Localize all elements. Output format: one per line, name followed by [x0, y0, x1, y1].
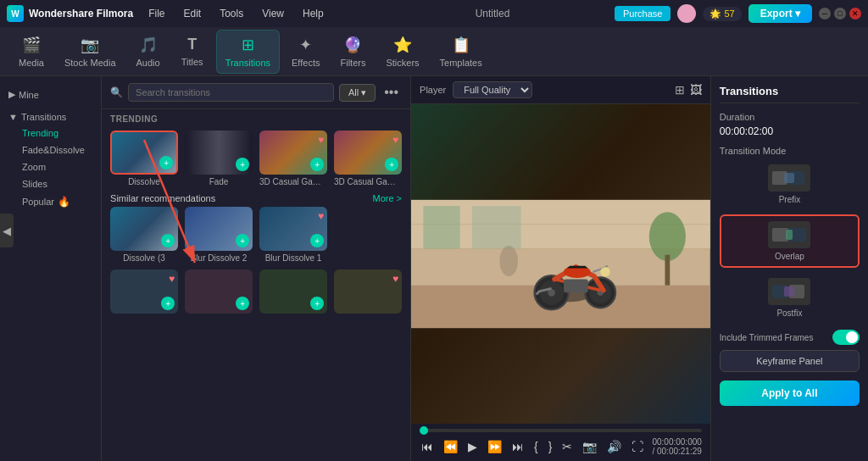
- title-bar: W Wondershare Filmora File Edit Tools Vi…: [0, 0, 868, 27]
- close-button[interactable]: ✕: [849, 8, 861, 19]
- dissolve-thumb-image: +: [110, 131, 178, 175]
- controls-row: ⏮ ⏪ ▶ ⏩ ⏭ { } ✂ 📷 🔊 ⛶ 00:00:00:000 / 00:…: [420, 437, 702, 456]
- tool-templates[interactable]: 📋 Templates: [431, 31, 491, 73]
- window-title: Untitled: [377, 8, 608, 19]
- minimize-button[interactable]: ─: [819, 8, 831, 19]
- fade-label: Fade: [185, 177, 253, 186]
- prefix-icon: [772, 168, 806, 188]
- more-thumbs-row: ♥ + + + ♥: [102, 266, 410, 317]
- stickers-icon: ⭐: [393, 36, 412, 54]
- left-panel: ▶ Mine ▼ Transitions Trending Fade&Disso…: [0, 76, 102, 461]
- transitions-section-items: Trending Fade&Dissolve Zoom Slides Popul…: [8, 125, 92, 211]
- duration-label: Duration: [720, 112, 860, 122]
- trending-item-dissolve[interactable]: + Dissolve: [110, 131, 178, 186]
- add-dissolve-icon: +: [159, 156, 173, 169]
- postfix-icon: [772, 281, 806, 302]
- sidebar-item-fade-dissolve[interactable]: Fade&Dissolve: [15, 142, 92, 158]
- trending-item-fade[interactable]: + Fade: [185, 131, 253, 186]
- heart-icon-1: ♥: [318, 134, 324, 146]
- mode-overlap[interactable]: Overlap: [720, 214, 860, 268]
- rec-item-blurdissolve2[interactable]: + Blur Dissolve 2: [185, 207, 253, 263]
- step-forward-button[interactable]: ⏩: [486, 438, 504, 455]
- mark-out-button[interactable]: }: [547, 438, 554, 455]
- trending-item-3dcasual1[interactable]: ♥ + 3D Casual Game...: [259, 131, 327, 186]
- volume-button[interactable]: 🔊: [605, 438, 623, 455]
- add-extra3-icon: +: [310, 297, 324, 310]
- rec-title: Similar recommendations: [110, 193, 215, 203]
- tool-audio[interactable]: 🎵 Audio: [128, 31, 169, 73]
- menu-edit[interactable]: Edit: [175, 4, 209, 23]
- menu-view[interactable]: View: [253, 4, 292, 23]
- menu-file[interactable]: File: [140, 4, 173, 23]
- extra-thumb-img-1: ♥ +: [110, 269, 178, 314]
- panel-collapse-button[interactable]: ◀: [0, 214, 14, 247]
- play-button[interactable]: ▶: [466, 438, 479, 455]
- tool-titles[interactable]: T Titles: [172, 31, 213, 72]
- extra-thumb-3[interactable]: +: [259, 269, 327, 314]
- skip-start-button[interactable]: ⏮: [420, 438, 435, 455]
- player-area: Player Full Quality ⊞ 🖼: [411, 76, 710, 461]
- maximize-button[interactable]: □: [834, 8, 846, 19]
- include-trimmed-toggle[interactable]: [832, 330, 860, 345]
- more-link[interactable]: More >: [373, 193, 403, 203]
- tool-stickers[interactable]: ⭐ Stickers: [377, 31, 427, 73]
- tool-transitions[interactable]: ⊞ Transitions: [216, 30, 280, 74]
- sidebar-item-zoom[interactable]: Zoom: [15, 158, 92, 175]
- extra-thumb-4[interactable]: ♥: [334, 269, 402, 314]
- apply-all-button[interactable]: Apply to All: [720, 380, 860, 406]
- clip-button[interactable]: ✂: [560, 438, 574, 455]
- mine-collapse-icon: ▶: [8, 89, 15, 100]
- svg-point-19: [499, 246, 518, 276]
- blurdissolve2-thumb: +: [185, 207, 253, 251]
- heart-icon-4: ♥: [169, 273, 175, 285]
- center-panel: 🔍 All ▾ ••• TRENDING + Dissolve + Fade: [102, 76, 411, 461]
- quality-select[interactable]: Full Quality: [453, 81, 532, 98]
- sidebar-item-popular[interactable]: Popular 🔥: [15, 192, 92, 211]
- progress-bar[interactable]: [420, 429, 702, 432]
- export-button[interactable]: Export ▾: [748, 4, 812, 23]
- coin-count: 57: [724, 8, 734, 19]
- rec-item-blurdissolve1[interactable]: ♥ + Blur Dissolve 1: [259, 207, 327, 263]
- tool-media[interactable]: 🎬 Media: [10, 31, 53, 73]
- mine-label: Mine: [19, 90, 39, 100]
- grid-view-icon[interactable]: ⊞: [675, 83, 685, 97]
- sidebar-item-slides[interactable]: Slides: [15, 175, 92, 192]
- rec-item-dissolve3[interactable]: + Dissolve (3: [110, 207, 178, 263]
- search-input[interactable]: [128, 83, 334, 102]
- user-avatar[interactable]: [677, 4, 696, 23]
- video-preview: [411, 104, 710, 424]
- extra-thumb-img-2: +: [185, 269, 253, 314]
- step-back-button[interactable]: ⏪: [442, 438, 459, 455]
- fullscreen-button[interactable]: ⛶: [630, 438, 645, 455]
- extra-thumb-1[interactable]: ♥ +: [110, 269, 178, 314]
- video-scene-svg: [411, 104, 710, 424]
- svg-point-17: [649, 212, 686, 261]
- duration-value: 00:00:02:00: [720, 125, 860, 137]
- menu-help[interactable]: Help: [294, 4, 332, 23]
- add-3dcasual1-icon: +: [310, 158, 324, 171]
- recommendations-section: Similar recommendations More > + Dissolv…: [102, 193, 410, 266]
- add-extra1-icon: +: [161, 297, 175, 310]
- trending-item-3dcasual2[interactable]: ♥ + 3D Casual Game...: [334, 131, 402, 186]
- extra-thumb-2[interactable]: +: [185, 269, 253, 314]
- slides-label: Slides: [22, 179, 47, 189]
- tool-filters[interactable]: 🔮 Filters: [331, 31, 374, 73]
- more-options-button[interactable]: •••: [381, 83, 402, 102]
- add-dissolve3-icon: +: [161, 234, 175, 247]
- tool-effects[interactable]: ✦ Effects: [283, 31, 328, 73]
- transitions-section-header[interactable]: ▼ Transitions: [8, 109, 92, 125]
- mode-prefix[interactable]: Prefix: [720, 159, 860, 209]
- mine-section-header[interactable]: ▶ Mine: [8, 86, 92, 103]
- purchase-button[interactable]: Purchase: [615, 6, 670, 21]
- skip-end-button[interactable]: ⏭: [510, 438, 526, 455]
- filter-button[interactable]: All ▾: [339, 84, 376, 102]
- mark-in-button[interactable]: {: [532, 438, 540, 455]
- screenshot-icon[interactable]: 🖼: [690, 83, 702, 97]
- sidebar-item-trending[interactable]: Trending: [15, 125, 92, 142]
- keyframe-panel-button[interactable]: Keyframe Panel: [720, 350, 860, 372]
- screenshot-ctrl-button[interactable]: 📷: [581, 438, 598, 455]
- tool-stock-media[interactable]: 📷 Stock Media: [56, 31, 125, 73]
- mode-postfix[interactable]: Postfix: [720, 273, 860, 323]
- menu-tools[interactable]: Tools: [211, 4, 252, 23]
- blurdissolve1-label: Blur Dissolve 1: [259, 253, 327, 263]
